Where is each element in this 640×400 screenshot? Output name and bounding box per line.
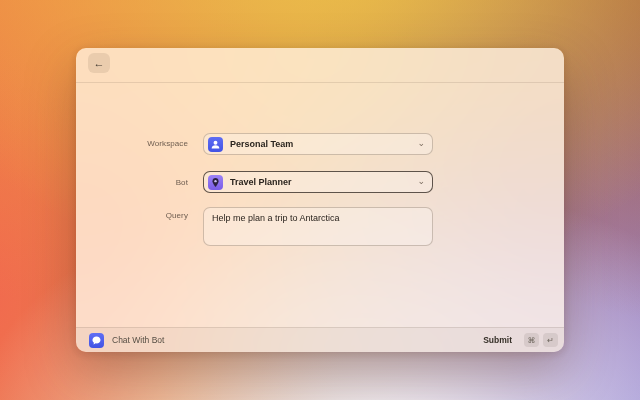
window-header: ← (76, 48, 564, 83)
return-key-icon: ↵ (543, 333, 558, 347)
window-footer: Chat With Bot Submit ⌘ ↵ (76, 327, 564, 352)
back-arrow-icon: ← (94, 57, 105, 69)
workspace-value: Personal Team (230, 139, 417, 149)
workspace-dropdown[interactable]: Personal Team ⌄ (203, 133, 433, 155)
app-name: Chat With Bot (112, 335, 483, 345)
user-avatar-icon (208, 137, 223, 152)
workspace-label: Workspace (147, 139, 188, 148)
submit-button[interactable]: Submit (483, 335, 512, 345)
bot-dropdown[interactable]: Travel Planner ⌄ (203, 171, 433, 193)
query-textarea[interactable]: Help me plan a trip to Antarctica (203, 207, 433, 246)
back-button[interactable]: ← (88, 53, 110, 73)
form-body: Workspace Personal Team ⌄ Bot Travel Pla… (76, 83, 564, 327)
bot-label: Bot (176, 178, 188, 187)
travel-pin-icon (208, 175, 223, 190)
chat-with-bot-window: ← Workspace Personal Team ⌄ Bot Travel P… (76, 48, 564, 352)
query-value: Help me plan a trip to Antarctica (212, 213, 340, 225)
query-label: Query (166, 211, 188, 220)
chat-bubble-app-icon (89, 333, 104, 348)
bot-value: Travel Planner (230, 177, 417, 187)
command-key-icon: ⌘ (524, 333, 539, 347)
